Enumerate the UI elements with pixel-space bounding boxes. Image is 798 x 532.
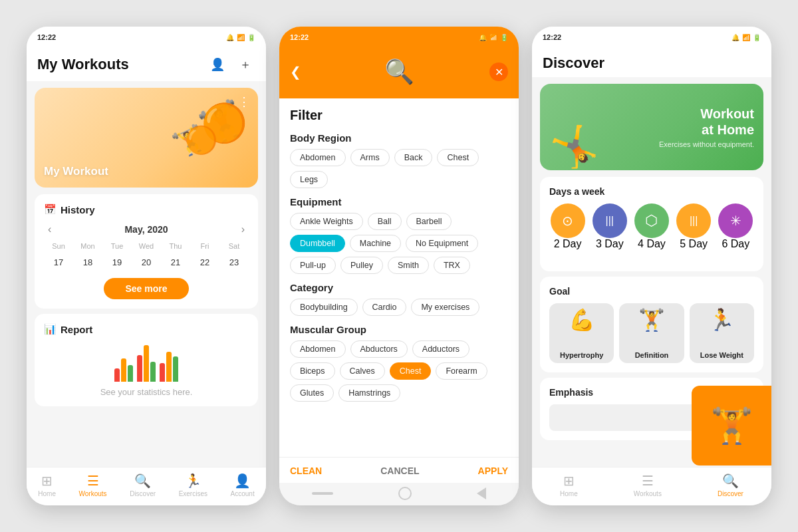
chip-arms[interactable]: Arms: [350, 149, 390, 166]
banner-person-icon: 🤸: [549, 123, 599, 170]
day-6-label: 6 Day: [722, 238, 749, 250]
status-time-1: 12:22: [37, 33, 56, 41]
equipment-chips: Ankle Weights Ball Barbell Dumbbell Mach…: [290, 213, 508, 274]
chip-my-exercises[interactable]: My exercises: [411, 299, 479, 316]
nav-workouts-3[interactable]: ☰ Workouts: [634, 473, 662, 497]
day-3[interactable]: ||| 3 Day: [593, 203, 627, 250]
cal-day-17[interactable]: 17: [48, 253, 69, 271]
chip-pulley[interactable]: Pulley: [340, 257, 383, 274]
day-circle-4[interactable]: ⬡: [634, 203, 669, 238]
chip-back[interactable]: Back: [394, 149, 433, 166]
chip-mg-abdomen[interactable]: Abdomen: [290, 340, 346, 358]
chip-barbell[interactable]: Barbell: [406, 213, 452, 230]
home-label-3: Home: [560, 490, 578, 497]
account-icon: 👤: [234, 473, 251, 489]
home-label: Home: [38, 490, 56, 497]
goal-lose-weight[interactable]: 🏃 Lose Weight: [690, 303, 754, 363]
chip-mg-adductors[interactable]: Adductors: [412, 340, 469, 358]
nav-workouts-1[interactable]: ☰ Workouts: [79, 473, 107, 497]
prev-month-button[interactable]: ‹: [44, 222, 55, 237]
definition-label: Definition: [635, 351, 669, 359]
chip-mg-chest[interactable]: Chest: [390, 362, 432, 380]
bottom-bar-2: [279, 483, 519, 505]
cancel-button[interactable]: CANCEL: [380, 466, 419, 476]
nav-discover-1[interactable]: 🔍 Discover: [130, 473, 156, 497]
discover-banner[interactable]: 🤸 Workoutat Home Exercises without equip…: [540, 84, 763, 170]
home-icon: ⊞: [41, 473, 53, 489]
chip-mg-calves[interactable]: Calves: [340, 362, 385, 380]
day-2[interactable]: ⊙ 2 Day: [551, 203, 585, 250]
day-circle-2[interactable]: ⊙: [551, 203, 585, 238]
day-4[interactable]: ⬡ 4 Day: [634, 203, 669, 250]
bar-green-2: [150, 362, 156, 382]
cal-day-18[interactable]: 18: [77, 253, 98, 271]
bar-green: [128, 365, 133, 382]
cal-day-22[interactable]: 22: [194, 253, 215, 271]
banner-title: Workoutat Home: [659, 106, 754, 138]
day-circle-3[interactable]: |||: [593, 203, 627, 238]
day-circle-6[interactable]: ✳: [718, 203, 753, 238]
goal-hypertrophy[interactable]: 💪 Hypertrophy: [549, 303, 614, 363]
back-button[interactable]: ❮: [290, 64, 301, 80]
chip-cardio[interactable]: Cardio: [362, 299, 407, 316]
nav-home-3[interactable]: ⊞ Home: [560, 473, 578, 497]
chip-abdomen[interactable]: Abdomen: [290, 149, 346, 166]
see-more-button[interactable]: See more: [104, 278, 188, 299]
cal-day-21[interactable]: 21: [165, 253, 186, 271]
chip-legs[interactable]: Legs: [290, 171, 328, 188]
chip-no-equipment[interactable]: No Equipment: [406, 235, 478, 252]
workout-card[interactable]: 🟠 🟠 🏋️ 🏋️ ⋮ My Workout: [35, 88, 258, 188]
alarm-icon: 🔔: [226, 34, 234, 41]
cal-day-20[interactable]: 20: [136, 253, 157, 271]
chip-machine[interactable]: Machine: [350, 235, 401, 252]
chip-mg-biceps[interactable]: Biceps: [290, 362, 335, 380]
calendar-header: Sun Mon Tue Wed Thu Fri Sat: [44, 242, 249, 250]
nav-home-1[interactable]: ⊞ Home: [38, 473, 56, 497]
chip-dumbbell[interactable]: Dumbbell: [290, 235, 345, 252]
definition-icon: 🏋️: [638, 307, 665, 332]
chip-ball[interactable]: Ball: [368, 213, 402, 230]
chip-pullup[interactable]: Pull-up: [290, 257, 336, 274]
notification-button[interactable]: 👤: [207, 55, 227, 74]
chip-mg-glutes[interactable]: Glutes: [290, 384, 334, 402]
chip-smith[interactable]: Smith: [388, 257, 429, 274]
days-title: Days a week: [549, 186, 754, 197]
chip-mg-forearm[interactable]: Forearm: [436, 362, 487, 380]
workouts-icon: ☰: [87, 473, 99, 489]
bottom-nav-1: ⊞ Home ☰ Workouts 🔍 Discover 🏃 Exercises…: [27, 467, 266, 505]
page-title: My Workouts: [37, 56, 129, 73]
nav-exercises-1[interactable]: 🏃 Exercises: [179, 473, 207, 497]
history-title: 📅 History: [44, 203, 249, 215]
discover-label: Discover: [130, 490, 156, 497]
day-6-icon: ✳: [730, 213, 741, 229]
chip-trx[interactable]: TRX: [434, 257, 470, 274]
day-5[interactable]: ||| 5 Day: [676, 203, 711, 250]
home-icon-3: ⊞: [563, 473, 575, 489]
nav-discover-3[interactable]: 🔍 Discover: [718, 473, 743, 497]
add-workout-button[interactable]: ＋: [235, 55, 255, 74]
day-6[interactable]: ✳ 6 Day: [718, 203, 753, 250]
chip-bodybuilding[interactable]: Bodybuilding: [290, 299, 358, 316]
alarm-icon-2: 🔔: [479, 34, 487, 41]
chip-mg-abductors[interactable]: Abductors: [350, 340, 408, 358]
cal-day-19[interactable]: 19: [106, 253, 128, 271]
body-region-title: Body Region: [290, 132, 508, 144]
workouts-label-3: Workouts: [634, 490, 662, 497]
card-menu-button[interactable]: ⋮: [238, 94, 250, 109]
bar-orange-2: [144, 345, 149, 382]
nav-account-1[interactable]: 👤 Account: [231, 473, 255, 497]
clean-button[interactable]: CLEAN: [290, 466, 322, 476]
next-month-button[interactable]: ›: [237, 222, 249, 237]
chip-mg-hamstrings[interactable]: Hamstrings: [338, 384, 400, 402]
apply-button[interactable]: APPLY: [478, 466, 508, 476]
day-circle-5[interactable]: |||: [676, 203, 711, 238]
chip-chest[interactable]: Chest: [437, 149, 479, 166]
chip-ankle-weights[interactable]: Ankle Weights: [290, 213, 363, 230]
goal-title: Goal: [549, 286, 754, 297]
filter-title: Filter: [290, 108, 508, 123]
discover-icon: 🔍: [134, 473, 151, 489]
cal-day-23[interactable]: 23: [223, 253, 245, 271]
bar-red-2: [137, 355, 142, 382]
close-button[interactable]: ✕: [489, 63, 508, 81]
goal-definition[interactable]: 🏋️ Definition: [619, 303, 684, 363]
